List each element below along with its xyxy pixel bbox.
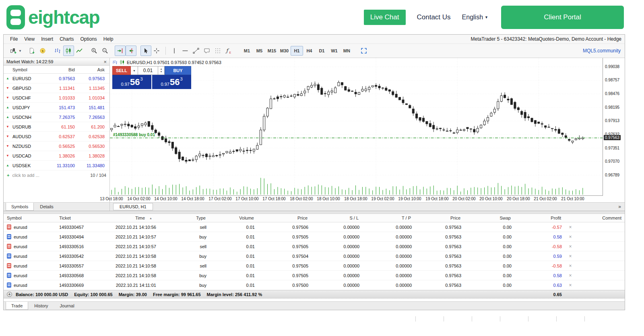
timeframe-mn[interactable]: MN: [341, 46, 353, 56]
language-selector[interactable]: English ▼: [462, 14, 488, 21]
col-comment[interactable]: Comment: [576, 216, 625, 220]
position-row[interactable]: eurusd 1493330669 2022.10.21 14:11:01 bu…: [4, 280, 625, 290]
col-symbol[interactable]: Symbol: [4, 216, 56, 220]
sell-price-display[interactable]: 0.97 56 3: [112, 75, 151, 89]
col-time[interactable]: Time ▲: [105, 216, 159, 220]
timeframe-d1[interactable]: D1: [316, 46, 328, 56]
tool-vertical-line[interactable]: [169, 46, 180, 56]
buy-price-display[interactable]: 0.97 56 3: [152, 75, 191, 89]
tool-crosshair[interactable]: [151, 46, 162, 56]
close-position-icon[interactable]: ×: [564, 253, 576, 259]
panel-splitter[interactable]: [4, 211, 625, 214]
tool-text-balloon[interactable]: [202, 46, 213, 56]
close-icon[interactable]: ×: [103, 59, 107, 64]
col-price[interactable]: Price: [414, 216, 464, 220]
timeframe-h1[interactable]: H1: [291, 46, 303, 56]
volume-dropdown-button[interactable]: ▼: [131, 66, 138, 75]
market-watch-row[interactable]: ▼ NZDUSD 0.56525 0.56530: [4, 141, 109, 151]
market-watch-tab-details[interactable]: Details: [34, 203, 59, 211]
contact-us-link[interactable]: Contact Us: [417, 13, 451, 21]
position-row[interactable]: eurusd 1493330516 2022.10.21 14:10:57 se…: [4, 242, 625, 251]
close-position-icon[interactable]: ×: [564, 263, 576, 269]
volume-stepper[interactable]: ▲▼: [158, 66, 165, 75]
tool-objects-grid[interactable]: [213, 46, 223, 56]
col-sl[interactable]: S / L: [311, 216, 362, 220]
market-watch-row[interactable]: ▲ USDCNH 7.26375 7.26563: [4, 112, 109, 122]
market-watch-row[interactable]: ▲ EURUSD 0.97563 0.97563: [4, 74, 109, 83]
more-tabs-icon[interactable]: »: [618, 204, 625, 209]
tool-bar-chart[interactable]: [52, 46, 63, 56]
market-watch-row[interactable]: ▼ USDRUB 61.150 61.200: [4, 122, 109, 132]
menu-options[interactable]: Options: [77, 35, 100, 43]
toolbox-tab-trade[interactable]: Trade: [6, 302, 28, 310]
time-axis[interactable]: 13 Oct 18:0014 Oct 02:0014 Oct 10:0014 O…: [110, 195, 603, 202]
mw-col-ask[interactable]: Ask: [77, 67, 107, 72]
close-position-icon[interactable]: ×: [564, 244, 576, 249]
tool-fullscreen[interactable]: [359, 46, 369, 56]
tool-auto-scroll[interactable]: [115, 46, 126, 56]
col-volume[interactable]: Volume: [209, 216, 257, 220]
tool-new-order[interactable]: [27, 46, 37, 56]
toolbox-tab-history[interactable]: History: [29, 302, 54, 310]
volume-input[interactable]: 0.01: [138, 66, 158, 75]
position-row[interactable]: eurusd 1493330557 2022.10.21 14:10:58 se…: [4, 261, 625, 271]
stepper-down-icon[interactable]: ▼: [160, 71, 163, 73]
menu-charts[interactable]: Charts: [56, 35, 77, 43]
buy-button[interactable]: BUY: [165, 66, 191, 75]
market-watch-row[interactable]: ▼ GBPUSD 1.11341 1.11345: [4, 83, 109, 93]
stepper-up-icon[interactable]: ▲: [160, 68, 163, 71]
mw-col-symbol[interactable]: Symbol: [12, 67, 48, 72]
menu-insert[interactable]: Insert: [38, 35, 56, 43]
timeframe-m1[interactable]: M1: [241, 46, 253, 56]
close-position-icon[interactable]: ×: [564, 224, 576, 230]
position-row[interactable]: eurusd 1493330568 2022.10.21 14:10:58 bu…: [4, 271, 625, 280]
position-row[interactable]: eurusd 1493330542 2022.10.21 14:10:58 bu…: [4, 251, 625, 261]
tool-line-chart[interactable]: [74, 46, 85, 56]
timeframe-h4[interactable]: H4: [303, 46, 316, 56]
close-position-icon[interactable]: ×: [564, 234, 576, 240]
eightcap-logo[interactable]: eightcap: [6, 5, 99, 29]
price-axis[interactable]: 0.990380.987570.984760.981950.979130.976…: [603, 58, 625, 195]
market-watch-row[interactable]: ▲ USDJPY 151.473 151.481: [4, 103, 109, 112]
menu-help[interactable]: Help: [100, 35, 117, 43]
tool-chart-shift[interactable]: [126, 46, 136, 56]
chart-tab-eurusd-h1[interactable]: EURUSD, H1: [113, 203, 153, 210]
timeframe-m5[interactable]: M5: [253, 46, 266, 56]
market-watch-row[interactable]: ▼ USDCHF 1.01033 1.01034: [4, 93, 109, 103]
tool-new-chart[interactable]: [8, 46, 19, 56]
tool-indicators[interactable]: ƒE: [223, 46, 234, 56]
col-type[interactable]: Type: [159, 216, 209, 220]
timeframe-w1[interactable]: W1: [328, 46, 341, 56]
col-price[interactable]: Price: [257, 216, 311, 220]
col-tp[interactable]: T / P: [362, 216, 414, 220]
live-chat-button[interactable]: Live Chat: [364, 10, 406, 25]
close-position-icon[interactable]: ×: [564, 273, 576, 278]
market-watch-row[interactable]: ▲ USDSEK 11.33100 11.33480: [4, 161, 109, 170]
timeframe-m15[interactable]: M15: [266, 46, 278, 56]
position-row[interactable]: eurusd 1493330494 2022.10.21 14:10:57 bu…: [4, 232, 625, 242]
menu-view[interactable]: View: [21, 35, 38, 43]
market-watch-add-row[interactable]: + click to add ... 10 / 104: [4, 170, 109, 180]
sell-button[interactable]: SELL: [112, 66, 131, 75]
close-position-icon[interactable]: ×: [564, 282, 576, 288]
col-swap[interactable]: Swap: [464, 216, 514, 220]
tool-candle-chart[interactable]: [63, 46, 74, 56]
tool-zoom-out[interactable]: [100, 46, 111, 56]
col-ticket[interactable]: Ticket: [56, 216, 105, 220]
menu-file[interactable]: File: [7, 35, 21, 43]
market-watch-row[interactable]: ▼ AUDUSD 0.62537 0.62538: [4, 132, 109, 141]
dropdown-caret-icon[interactable]: ▼: [19, 49, 22, 53]
position-row[interactable]: eurusd 1493330457 2022.10.21 14:10:56 se…: [4, 222, 625, 232]
toolbox-tab-journal[interactable]: Journal: [54, 302, 80, 310]
chart-plot[interactable]: EURUSD,H1 0.97501 0.97593 0.97452 0.9756…: [110, 58, 603, 195]
timeframe-m30[interactable]: M30: [278, 46, 291, 56]
tool-deposit[interactable]: $: [37, 46, 48, 56]
tool-cursor[interactable]: [140, 46, 151, 56]
tool-trend-line[interactable]: [191, 46, 202, 56]
tool-horizontal-line[interactable]: [180, 46, 191, 56]
mql5-community-link[interactable]: MQL5.community: [583, 48, 621, 54]
col-profit[interactable]: Profit: [514, 216, 564, 220]
expand-icon[interactable]: +: [7, 292, 12, 297]
market-watch-tab-symbols[interactable]: Symbols: [6, 203, 34, 211]
client-portal-button[interactable]: Client Portal: [501, 6, 624, 29]
